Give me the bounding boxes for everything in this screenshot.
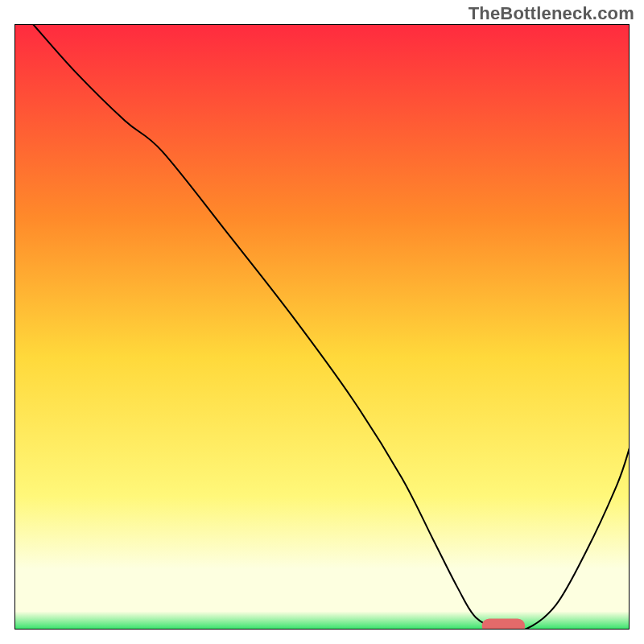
plot-area bbox=[14, 24, 630, 630]
chart-svg bbox=[14, 24, 630, 630]
chart-container: TheBottleneck.com bbox=[0, 0, 644, 644]
watermark-text: TheBottleneck.com bbox=[469, 3, 634, 24]
optimal-range-marker bbox=[482, 618, 525, 630]
gradient-background bbox=[14, 24, 630, 630]
